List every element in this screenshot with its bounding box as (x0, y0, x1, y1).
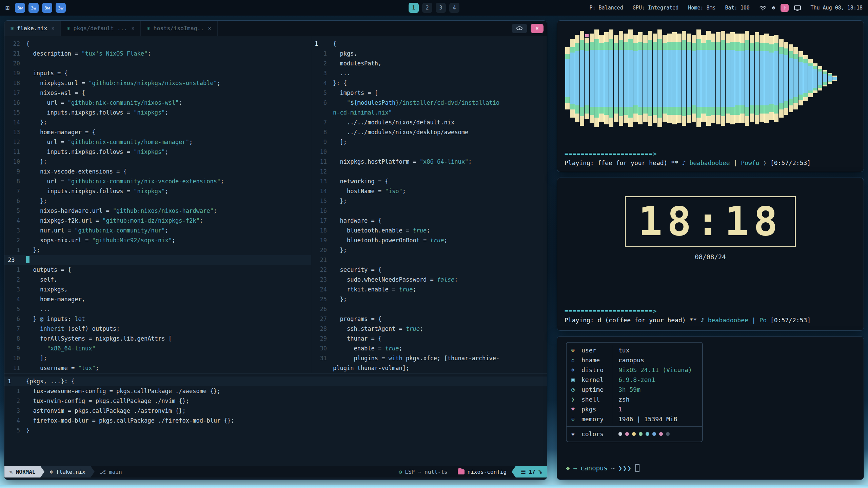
editor-line: 3 nixpkgs, (4, 285, 311, 294)
visualizer-bar (667, 27, 672, 129)
visualizer-segment (745, 50, 749, 107)
pane-flake-nix[interactable]: 22{21 description = "tux's NixOS Flake";… (4, 36, 311, 373)
editor-line: 2 modulesPath, (311, 59, 547, 68)
visualizer-bar (648, 27, 653, 129)
system-info-row: ▣kernel6.9.8-zen1 (567, 375, 702, 385)
prompt-path: ~ (611, 464, 615, 472)
editor-line: 6 "${modulesPath}/installer/cd-dvd/insta… (311, 98, 547, 108)
workspace-tag-2[interactable]: 2 (422, 3, 432, 13)
shell-prompt[interactable]: ❖ → canopus ~ ❯❯❯ (566, 464, 855, 472)
line-number: 4 (311, 78, 327, 88)
folder-icon (458, 469, 465, 474)
now-playing-text: Playing: d (coffee for your head) ** ♪ b… (565, 317, 856, 324)
app-tag-tile[interactable]: 3w (15, 3, 25, 13)
pane-pkgs-default[interactable]: 1{pkgs, ...}: {1 tux-awesome-wm-config =… (4, 374, 547, 466)
editor-tab[interactable]: ❄pkgs/default ...× (61, 21, 141, 36)
code-text: { (333, 39, 336, 49)
visualizer-bar (643, 27, 648, 129)
workspace-tag-4[interactable]: 4 (449, 3, 459, 13)
audio-visualizer (565, 27, 837, 129)
code-text: } (26, 426, 29, 435)
code-text: ssh.startAgent = true; (333, 324, 423, 334)
playing-segment: beabadoobee (708, 317, 748, 324)
music-badge-icon[interactable]: ♪ (781, 4, 789, 12)
info-value: canopus (613, 355, 702, 365)
app-tag-tile[interactable]: 3w (42, 3, 52, 13)
visualizer-window: ======================> Playing: ffee fo… (557, 20, 864, 172)
visualizer-bar (711, 27, 716, 129)
visualizer-segment (624, 50, 628, 107)
visualizer-segment (643, 50, 647, 107)
system-info-row: ⊕memory1946 | 15394 MiB (567, 414, 702, 424)
code-text: ../../modules/nixos/desktop/awesome (333, 127, 468, 137)
playing-segment: Playing: d (coffee for your head) ** (565, 317, 701, 324)
editor-line: 19 bluetooth.powerOnBoot = true; (311, 236, 547, 245)
info-label: uptime (581, 386, 613, 393)
editor-tab[interactable]: ❄hosts/isoImag..× (141, 21, 217, 36)
visualizer-segment (628, 50, 633, 107)
visualizer-segment (726, 50, 730, 107)
line-number: 11 (4, 147, 20, 157)
pane-iso-image[interactable]: 1{1 pkgs,2 modulesPath,3 ...4}: {5 impor… (311, 36, 547, 373)
editor-line: 2 tux-nvim-config = pkgs.callPackage ./n… (4, 396, 547, 406)
code-text: bluetooth.powerOnBoot = true; (333, 236, 448, 245)
display-icon (794, 5, 801, 10)
user-status-icon: ☻ (772, 5, 775, 11)
editor-line: 6 }; (4, 196, 311, 206)
app-tag-tile[interactable]: 3w (28, 3, 39, 13)
playing-segment: Po (759, 317, 767, 324)
app-tag-tile[interactable]: 3w (56, 3, 66, 13)
line-number: 12 (311, 167, 327, 177)
editor-line: 5 imports = [ (311, 88, 547, 98)
launcher-icon[interactable]: ⊞ (5, 4, 9, 12)
editor-line: 8 forAllSystems = nixpkgs.lib.genAttrs [ (4, 334, 311, 344)
line-number: 7 (4, 324, 20, 334)
code-text: }; (26, 196, 47, 206)
visualizer-segment (677, 50, 682, 107)
line-number: 4 (4, 416, 20, 426)
user-icon: ☻ (571, 347, 581, 353)
code-text: "x86_64-linux" (26, 344, 96, 353)
visualizer-bar (755, 27, 760, 129)
tab-close-icon[interactable]: × (208, 25, 211, 32)
code-text: outputs = { (26, 265, 71, 275)
status-items: P: BalancedGPU: IntegratedHome: 8msBat: … (589, 5, 749, 11)
editor-tab[interactable]: ❄flake.nix× (4, 21, 61, 36)
view-toggle-button[interactable] (512, 24, 527, 33)
editor-line: 30 enable = true; (311, 344, 547, 353)
workspace-switcher: 1234 (409, 3, 459, 13)
line-number: 26 (311, 304, 327, 314)
visualizer-segment (711, 50, 715, 107)
tab-close-icon[interactable]: × (51, 25, 54, 32)
visualizer-bar (793, 27, 798, 129)
line-number: 2 (311, 59, 327, 68)
lsp-indicator: ⚙ LSP ~ null-ls (394, 466, 453, 477)
nix-snowflake-icon: ❄ (147, 25, 150, 32)
tab-close-icon[interactable]: × (131, 25, 134, 32)
prompt-arrow-icon: → (573, 464, 577, 472)
editor-line: 10 ]; (4, 353, 311, 363)
visualizer-segment (648, 50, 652, 107)
visualizer-segment (585, 51, 589, 105)
topbar-right: P: BalancedGPU: IntegratedHome: 8msBat: … (589, 4, 863, 12)
mode-label: NORMAL (16, 467, 36, 477)
visualizer-bar (594, 27, 599, 129)
code-text: }; (333, 245, 347, 255)
uptime-icon: ◔ (571, 386, 581, 393)
window-close-button[interactable]: × (531, 24, 544, 33)
lsp-label: LSP ~ null-ls (405, 467, 447, 477)
pencil-icon: ✎ (9, 467, 13, 477)
code-text: nix-vscode-extensions = { (26, 167, 127, 177)
visualizer-segment (789, 58, 793, 99)
shell-icon: ❯ (571, 396, 581, 403)
line-number: 3 (4, 226, 20, 236)
system-info-row: ♥pkgs1 (567, 404, 702, 414)
workspace-tag-1[interactable]: 1 (409, 3, 419, 13)
workspace-tag-3[interactable]: 3 (436, 3, 446, 13)
editor-line: 5 nixos-hardware.url = "github:nixos/nix… (4, 206, 311, 216)
terminal-cursor (635, 464, 639, 472)
code-text: nixpkgs.url = "github:nixos/nixpkgs/nixo… (26, 78, 220, 88)
nix-snowflake-icon: ❄ (67, 25, 70, 32)
info-value: 1 (613, 404, 702, 414)
line-number: 4 (4, 294, 20, 304)
